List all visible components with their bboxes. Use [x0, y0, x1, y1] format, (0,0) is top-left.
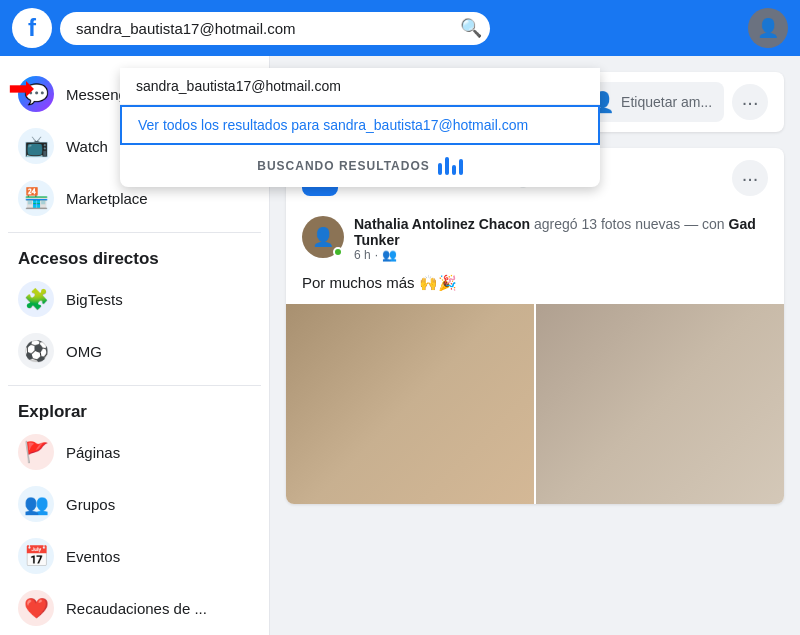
pages-icon: 🚩	[18, 434, 54, 470]
search-suggestion-item[interactable]: sandra_bautista17@hotmail.com	[120, 68, 600, 105]
search-input[interactable]	[60, 12, 490, 45]
facebook-logo: f	[12, 8, 52, 48]
bigtests-label: BigTests	[66, 291, 123, 308]
pages-label: Páginas	[66, 444, 120, 461]
author-name: Nathalia Antolinez Chacon agregó 13 foto…	[354, 216, 768, 248]
grupos-label: Grupos	[66, 496, 115, 513]
post-meta: 6 h · 👥	[354, 248, 768, 262]
image-content-left	[286, 304, 534, 504]
explorar-section-title: Explorar	[8, 394, 261, 426]
sidebar-divider-1	[8, 232, 261, 233]
user-avatar[interactable]: 👤	[748, 8, 788, 48]
topbar-right: 👤	[748, 8, 788, 48]
author-avatar: 👤	[302, 216, 344, 258]
marketplace-icon: 🏪	[18, 180, 54, 216]
sidebar-divider-2	[8, 385, 261, 386]
omg-icon: ⚽	[18, 333, 54, 369]
annotation-arrow: ➡	[8, 72, 35, 104]
author-info: Nathalia Antolinez Chacon agregó 13 foto…	[354, 216, 768, 262]
topbar: f 🔍 sandra_bautista17@hotmail.com Ver to…	[0, 0, 800, 56]
etiquetar-button[interactable]: 👤 Etiquetar am...	[578, 82, 724, 122]
post-image-right	[536, 304, 784, 504]
marketplace-label: Marketplace	[66, 190, 148, 207]
post-image-left	[286, 304, 534, 504]
post-card: 🖼 Álbum Primavera 2019 🐰 ··· 👤 Nathalia	[286, 148, 784, 504]
sidebar-item-grupos[interactable]: 👥 Grupos	[8, 478, 261, 530]
accesos-section-title: Accesos directos	[8, 241, 261, 273]
post-author-row: 👤 Nathalia Antolinez Chacon agregó 13 fo…	[286, 208, 784, 270]
grupos-icon: 👥	[18, 486, 54, 522]
watch-icon: 📺	[18, 128, 54, 164]
recaudaciones-label: Recaudaciones de ...	[66, 600, 207, 617]
omg-label: OMG	[66, 343, 102, 360]
eventos-icon: 📅	[18, 538, 54, 574]
eventos-label: Eventos	[66, 548, 120, 565]
search-dropdown: sandra_bautista17@hotmail.com Ver todos …	[120, 68, 600, 187]
sidebar-item-pages[interactable]: 🚩 Páginas	[8, 426, 261, 478]
sidebar-item-recaudaciones[interactable]: ❤️ Recaudaciones de ...	[8, 582, 261, 634]
see-all-results-link[interactable]: Ver todos los resultados para sandra_bau…	[120, 105, 600, 145]
bigtests-icon: 🧩	[18, 281, 54, 317]
post-images	[286, 304, 784, 504]
post-more-options-button[interactable]: ···	[732, 160, 768, 196]
image-content-right	[536, 304, 784, 504]
more-options-button[interactable]: ···	[732, 84, 768, 120]
search-container: 🔍 sandra_bautista17@hotmail.com Ver todo…	[60, 12, 490, 45]
loading-bars-icon	[438, 157, 463, 175]
sidebar-item-eventos[interactable]: 📅 Eventos	[8, 530, 261, 582]
sidebar-item-omg[interactable]: ⚽ OMG	[8, 325, 261, 377]
search-button[interactable]: 🔍	[460, 17, 482, 39]
recaudaciones-icon: ❤️	[18, 590, 54, 626]
online-status-dot	[333, 247, 343, 257]
watch-label: Watch	[66, 138, 108, 155]
search-loading-indicator: BUSCANDO RESULTADOS	[120, 145, 600, 187]
post-text: Por muchos más 🙌🎉	[286, 270, 784, 304]
sidebar-item-bigtests[interactable]: 🧩 BigTests	[8, 273, 261, 325]
